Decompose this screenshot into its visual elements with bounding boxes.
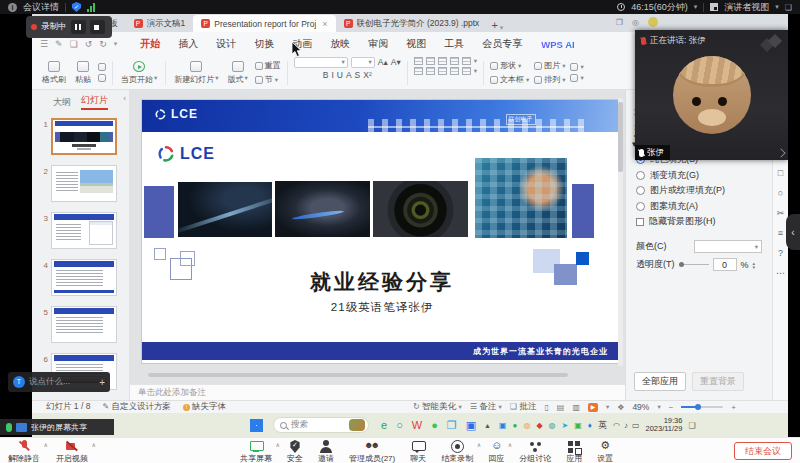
undo-icon[interactable]: ↺ xyxy=(85,39,93,49)
fill-color-button[interactable]: ▾ xyxy=(570,63,583,71)
slide-thumbnail[interactable]: 1 xyxy=(40,118,125,155)
notes-bar[interactable]: 单击此处添加备注 xyxy=(130,384,625,400)
slideshow-button[interactable]: ▶ xyxy=(588,403,598,412)
font-size-select[interactable]: ▾ xyxy=(351,57,375,68)
meeting-chat-button[interactable]: 聊天 xyxy=(410,440,426,463)
font-style-button[interactable]: A xyxy=(346,70,352,80)
ribbon-tab-插入[interactable]: 插入 xyxy=(169,34,207,54)
security-shield-icon[interactable]: ✓ xyxy=(72,2,81,12)
radio-icon[interactable] xyxy=(636,202,645,211)
indent-icon[interactable] xyxy=(450,57,459,65)
panel-strip-icon-5[interactable]: ? xyxy=(778,248,783,258)
collapse-panel-icon[interactable]: ‹ xyxy=(123,94,126,103)
tab-outline[interactable]: 大纲 xyxy=(53,96,71,109)
transparency-value[interactable]: 0 xyxy=(713,258,737,271)
color-select[interactable]: ▾ xyxy=(694,240,762,253)
align-right-icon[interactable] xyxy=(438,67,447,75)
pause-recording-button[interactable] xyxy=(71,20,86,34)
tray-icon[interactable]: ▣ xyxy=(499,421,507,430)
section-button[interactable]: 节▾ xyxy=(255,74,281,85)
chevron-up-icon[interactable]: ∧ xyxy=(276,441,280,448)
redo-icon[interactable]: ↻ xyxy=(99,39,107,49)
font-style-button[interactable]: S xyxy=(355,70,361,80)
font-name-select[interactable]: ▾ xyxy=(294,57,348,68)
start-button[interactable] xyxy=(250,419,263,432)
smart-beautify-button[interactable]: ↻ 智能美化 ▾ xyxy=(413,401,462,413)
play-from-current-button[interactable]: 当页开始▾ xyxy=(119,61,159,85)
taskbar-app-icon[interactable]: ▣ xyxy=(466,419,476,432)
outdent-icon[interactable] xyxy=(438,57,447,65)
comments-button[interactable]: ❏ 批注 xyxy=(510,401,537,413)
fit-window-icon[interactable]: ❖ xyxy=(617,403,624,412)
textbox-button[interactable]: 文本框▾ xyxy=(490,74,529,85)
bullets-icon[interactable] xyxy=(414,57,423,65)
meeting-record-button[interactable]: ∧结束录制 xyxy=(441,440,473,463)
meeting-mic-off-button[interactable]: ∧解除静音 xyxy=(8,440,40,463)
chat-expand-icon[interactable]: + xyxy=(99,377,105,388)
taskbar-app-icon[interactable]: e xyxy=(381,419,387,431)
meeting-members-button[interactable]: 管理成员(27) xyxy=(349,440,395,463)
ribbon-tab-视图[interactable]: 视图 xyxy=(397,34,435,54)
tray-icon[interactable]: ● xyxy=(513,421,518,430)
chevron-up-icon[interactable]: ∧ xyxy=(44,441,48,448)
document-tab[interactable]: PPresentation report for Proj× xyxy=(193,15,335,32)
tray-icon[interactable]: ◍ xyxy=(523,421,530,430)
slide-subtitle[interactable]: 21级英语笔译张伊 xyxy=(142,300,622,315)
document-tab[interactable]: P联创电子光学简介 (2023.9) .pptx xyxy=(336,15,488,32)
design-scheme-button[interactable]: ✎ 自定义设计方案 xyxy=(102,401,171,413)
input-method-indicator[interactable]: 英 xyxy=(598,419,607,432)
slide-thumbnail[interactable]: 2 xyxy=(40,165,125,202)
font-style-button[interactable]: X² xyxy=(363,70,372,80)
font-style-button[interactable]: U xyxy=(337,70,343,80)
line-spacing-icon[interactable] xyxy=(462,57,471,65)
view-dropdown-icon[interactable]: ▾ xyxy=(775,3,779,11)
taskbar-search[interactable]: 搜索 xyxy=(273,417,369,433)
notes-button[interactable]: ☰ 备注 ▾ xyxy=(470,401,502,413)
new-tab-button[interactable]: + xyxy=(491,19,497,31)
tab-slides[interactable]: 幻灯片 xyxy=(81,94,108,110)
cut-icon[interactable] xyxy=(98,63,106,71)
font-style-button[interactable]: I xyxy=(331,70,333,80)
ribbon-tab-开始[interactable]: 开始 xyxy=(131,34,169,54)
font-style-button[interactable]: B xyxy=(323,70,329,80)
taskbar-app-icon[interactable]: ● xyxy=(431,419,438,431)
slide-title[interactable]: 就业经验分享 xyxy=(142,268,622,296)
meeting-timer[interactable]: 46:15(60分钟) xyxy=(631,1,688,14)
stop-recording-button[interactable] xyxy=(90,20,105,34)
decrease-font-icon[interactable]: A▾ xyxy=(391,57,401,67)
panel-strip-icon-2[interactable]: ○ xyxy=(778,188,783,198)
tray-icon[interactable]: ♦ xyxy=(588,421,592,430)
numbering-icon[interactable] xyxy=(426,57,435,65)
shapes-button[interactable]: 形状▾ xyxy=(490,60,529,71)
taskbar-app-icon[interactable]: W xyxy=(412,419,422,431)
taskbar-app-icon[interactable]: ○ xyxy=(396,419,403,431)
meeting-cam-off-button[interactable]: ∧开启视频 xyxy=(56,440,88,463)
copy-icon[interactable] xyxy=(98,74,106,82)
volume-icon[interactable]: ♪ xyxy=(624,421,628,430)
layout-button[interactable]: 版式▾ xyxy=(226,61,250,85)
arrange-button[interactable]: 排列▾ xyxy=(534,74,565,85)
view-mode-select[interactable]: 演讲者视图 xyxy=(724,1,769,14)
slideshow-dropdown-icon[interactable]: ▾ xyxy=(606,403,609,411)
increase-font-icon[interactable]: A▴ xyxy=(378,57,388,67)
slide-canvas[interactable]: LCE 联创电子 LCE xyxy=(142,100,622,363)
panel-strip-icon-3[interactable]: ✂ xyxy=(777,208,785,218)
zoom-slider[interactable] xyxy=(681,406,723,408)
transparency-slider[interactable] xyxy=(679,264,709,265)
speaker-video-overlay[interactable]: 正在讲话: 张伊 张伊 xyxy=(635,30,788,160)
end-meeting-button[interactable]: 结束会议 xyxy=(734,442,792,460)
format-painter-button[interactable]: 格式刷 xyxy=(40,61,68,85)
battery-icon[interactable]: ▭ xyxy=(632,421,640,430)
meeting-shield-button[interactable]: 安全 xyxy=(287,440,303,463)
columns-icon[interactable] xyxy=(462,67,471,75)
align-left-icon[interactable] xyxy=(414,67,423,75)
hide-background-option[interactable]: 隐藏背景图形(H) xyxy=(636,214,764,230)
fill-option[interactable]: 图案填充(A) xyxy=(636,199,764,215)
zoom-in-icon[interactable]: + xyxy=(731,403,736,412)
radio-icon[interactable] xyxy=(636,171,645,180)
quick-chat-bubble[interactable]: T 说点什么... + xyxy=(8,372,110,392)
tab-list-dropdown-icon[interactable]: ▾ xyxy=(500,24,504,32)
vertical-scrollbar[interactable] xyxy=(618,98,623,366)
radio-icon[interactable] xyxy=(636,186,645,195)
account-avatar[interactable] xyxy=(648,17,658,27)
